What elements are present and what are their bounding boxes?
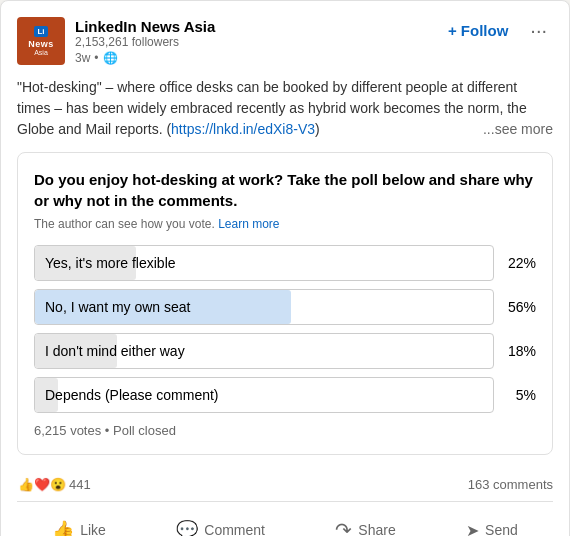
poll-bar-container-1: No, I want my own seat bbox=[34, 289, 494, 325]
post-text-after: ) bbox=[315, 121, 320, 137]
poll-bar-container-3: Depends (Please comment) bbox=[34, 377, 494, 413]
profile-meta: 3w • 🌐 bbox=[75, 51, 215, 65]
logo-asia: Asia bbox=[34, 49, 48, 56]
logo-news: News bbox=[28, 39, 54, 49]
like-label: Like bbox=[80, 522, 106, 536]
poll-footer: 6,215 votes • Poll closed bbox=[34, 423, 536, 438]
poll-option-3: Depends (Please comment)5% bbox=[34, 377, 536, 413]
poll-option-label-2: I don't mind either way bbox=[45, 343, 185, 359]
post-header: Li News Asia LinkedIn News Asia 2,153,26… bbox=[17, 17, 553, 65]
logo-li: Li bbox=[34, 26, 47, 37]
actions-row: 👍 Like 💬 Comment ↷ Share ➤ Send bbox=[17, 510, 553, 536]
more-options-button[interactable]: ··· bbox=[524, 17, 553, 44]
separator: • bbox=[94, 51, 98, 65]
reactions-left: 👍 ❤️ 😮 441 bbox=[17, 475, 91, 493]
send-icon: ➤ bbox=[466, 521, 479, 537]
poll-pct-0: 22% bbox=[504, 255, 536, 271]
see-more-button[interactable]: ...see more bbox=[483, 119, 553, 140]
share-icon: ↷ bbox=[335, 518, 352, 536]
poll-box: Do you enjoy hot-desking at work? Take t… bbox=[17, 152, 553, 455]
send-button[interactable]: ➤ Send bbox=[450, 513, 534, 537]
poll-options: Yes, it's more flexible22%No, I want my … bbox=[34, 245, 536, 413]
profile-followers: 2,153,261 followers bbox=[75, 35, 215, 49]
header-right: + Follow ··· bbox=[440, 17, 553, 44]
poll-pct-3: 5% bbox=[504, 387, 536, 403]
post-card: Li News Asia LinkedIn News Asia 2,153,26… bbox=[0, 0, 570, 536]
poll-pct-2: 18% bbox=[504, 343, 536, 359]
company-logo: Li News Asia bbox=[17, 17, 65, 65]
poll-question: Do you enjoy hot-desking at work? Take t… bbox=[34, 169, 536, 211]
poll-note-text: The author can see how you vote. bbox=[34, 217, 215, 231]
reaction-emojis: 👍 ❤️ 😮 bbox=[17, 475, 65, 493]
like-icon: 👍 bbox=[52, 519, 74, 536]
poll-learn-more[interactable]: Learn more bbox=[218, 217, 279, 231]
poll-pct-1: 56% bbox=[504, 299, 536, 315]
poll-bar-container-2: I don't mind either way bbox=[34, 333, 494, 369]
reactions-count: 441 bbox=[69, 477, 91, 492]
poll-option-label-3: Depends (Please comment) bbox=[45, 387, 219, 403]
reactions-row: 👍 ❤️ 😮 441 163 comments bbox=[17, 467, 553, 502]
profile-info: LinkedIn News Asia 2,153,261 followers 3… bbox=[75, 18, 215, 65]
poll-bar-container-0: Yes, it's more flexible bbox=[34, 245, 494, 281]
globe-icon: 🌐 bbox=[103, 51, 118, 65]
post-time: 3w bbox=[75, 51, 90, 65]
share-button[interactable]: ↷ Share bbox=[319, 510, 411, 536]
comment-label: Comment bbox=[204, 522, 265, 536]
comments-count[interactable]: 163 comments bbox=[468, 477, 553, 492]
follow-button[interactable]: + Follow bbox=[440, 18, 516, 43]
poll-note: The author can see how you vote. Learn m… bbox=[34, 217, 536, 231]
poll-option-2: I don't mind either way18% bbox=[34, 333, 536, 369]
comment-icon: 💬 bbox=[176, 519, 198, 536]
wow-emoji: 😮 bbox=[49, 475, 67, 493]
poll-option-label-1: No, I want my own seat bbox=[45, 299, 191, 315]
share-label: Share bbox=[358, 522, 395, 536]
post-text: "Hot-desking" – where office desks can b… bbox=[17, 77, 553, 140]
header-left: Li News Asia LinkedIn News Asia 2,153,26… bbox=[17, 17, 215, 65]
poll-option-1: No, I want my own seat56% bbox=[34, 289, 536, 325]
profile-name[interactable]: LinkedIn News Asia bbox=[75, 18, 215, 35]
post-link[interactable]: https://lnkd.in/edXi8-V3 bbox=[171, 121, 315, 137]
send-label: Send bbox=[485, 522, 518, 536]
comment-button[interactable]: 💬 Comment bbox=[160, 511, 281, 536]
poll-option-label-0: Yes, it's more flexible bbox=[45, 255, 176, 271]
like-button[interactable]: 👍 Like bbox=[36, 511, 122, 536]
poll-option-0: Yes, it's more flexible22% bbox=[34, 245, 536, 281]
